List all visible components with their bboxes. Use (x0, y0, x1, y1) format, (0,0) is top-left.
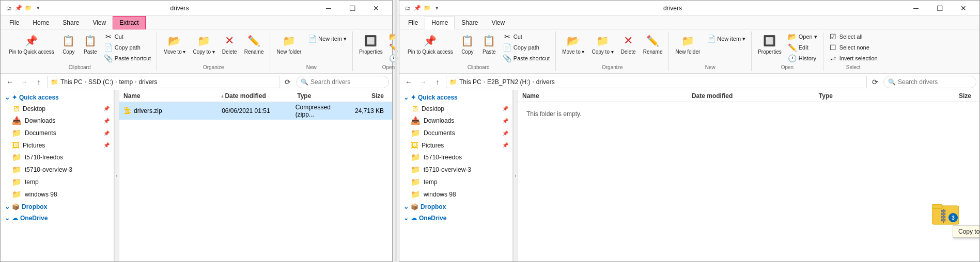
left-sidebar-item-downloads[interactable]: 📥 Downloads 📌 (1, 114, 114, 127)
left-forward-button[interactable]: → (18, 76, 30, 88)
left-col-size[interactable]: Size (345, 92, 388, 100)
left-rename-button[interactable]: ✏️ Rename (241, 31, 267, 57)
right-select-all-button[interactable]: ☑ Select all (827, 31, 880, 42)
right-up-button[interactable]: ↑ (431, 76, 444, 88)
right-maximize-button[interactable]: ☐ (928, 1, 952, 16)
left-new-item-button[interactable]: 📄 New item ▾ (305, 34, 349, 44)
right-cut-button[interactable]: ✂ Cut (501, 31, 552, 42)
left-properties-button[interactable]: 🔲 Properties (356, 31, 386, 57)
right-dropdown-icon[interactable]: ▾ (433, 4, 441, 12)
left-tab-view[interactable]: View (86, 16, 113, 29)
right-back-button[interactable]: ← (402, 76, 415, 88)
right-sidebar-collapse[interactable]: ‹ (513, 90, 518, 261)
right-col-name[interactable]: Name (522, 92, 692, 100)
left-new-folder-icon[interactable]: 📁 (24, 4, 33, 12)
left-col-date[interactable]: Date modified (225, 92, 297, 100)
left-sidebar-item-t5710overview[interactable]: 📁 t5710-overview-3 (1, 163, 114, 176)
right-paste-shortcut-button[interactable]: 📎 Paste shortcut (501, 53, 552, 63)
left-search-input[interactable] (310, 78, 384, 86)
left-copy-button[interactable]: 📋 Copy (58, 31, 79, 57)
right-forward-button[interactable]: → (417, 76, 429, 88)
right-dropbox-header[interactable]: ⌄ 📦 Dropbox (399, 202, 512, 212)
left-search-box[interactable]: 🔍 (296, 76, 389, 88)
split-divider[interactable] (395, 0, 397, 262)
left-move-to-button[interactable]: 📂 Move to ▾ (160, 31, 189, 57)
right-new-folder-icon[interactable]: 📁 (423, 4, 431, 12)
right-paste-button[interactable]: 📋 Paste (479, 31, 500, 57)
left-sidebar-collapse[interactable]: ‹ (114, 90, 119, 261)
right-tab-file[interactable]: File (401, 16, 425, 29)
right-sidebar-item-pictures[interactable]: 🖼 Pictures 📌 (399, 139, 512, 151)
left-up-button[interactable]: ↑ (33, 76, 45, 88)
left-address-path[interactable]: 📁 This PC › SSD (C:) › temp › drivers (47, 76, 279, 88)
right-sidebar-item-windows98[interactable]: 📁 windows 98 (399, 188, 512, 201)
right-onedrive-header[interactable]: ⌄ ☁ OneDrive (399, 213, 512, 223)
right-sidebar-item-documents[interactable]: 📁 Documents 📌 (399, 127, 512, 139)
left-onedrive-header[interactable]: ⌄ ☁ OneDrive (1, 213, 114, 223)
right-col-date[interactable]: Date modified (692, 92, 819, 100)
left-copy-to-button[interactable]: 📁 Copy to ▾ (190, 31, 218, 57)
left-minimize-button[interactable]: ─ (317, 1, 340, 16)
right-new-item-button[interactable]: 📄 New item ▾ (704, 34, 748, 44)
right-window-menu-icon[interactable]: 🗂 (403, 4, 412, 12)
left-quick-access-header[interactable]: ⌄ ✦ Quick access (1, 92, 114, 103)
right-col-size[interactable]: Size (904, 92, 975, 100)
right-select-none-button[interactable]: ☐ Select none (827, 42, 880, 53)
left-tab-file[interactable]: File (3, 16, 26, 29)
right-search-box[interactable]: 🔍 (883, 76, 976, 88)
left-tab-home[interactable]: Home (26, 16, 56, 29)
right-invert-selection-button[interactable]: ⇌ Invert selection (827, 53, 880, 63)
left-paste-button[interactable]: 📋 Paste (80, 31, 101, 57)
right-tab-home[interactable]: Home (425, 16, 455, 29)
left-close-button[interactable]: ✕ (364, 1, 388, 16)
left-sidebar-item-documents[interactable]: 📁 Documents 📌 (1, 127, 114, 139)
left-window-menu-icon[interactable]: 🗂 (5, 4, 13, 12)
right-sidebar-item-t5710overview[interactable]: 📁 t5710-overview-3 (399, 163, 512, 176)
right-rename-button[interactable]: ✏️ Rename (640, 31, 666, 57)
left-sidebar-item-windows98[interactable]: 📁 windows 98 (1, 188, 114, 201)
right-sidebar-item-temp[interactable]: 📁 temp (399, 176, 512, 188)
left-file-row-driverszip[interactable]: 🗜 drivers.zip 06/06/2021 01:51 Compresse… (119, 102, 392, 120)
right-tab-view[interactable]: View (485, 16, 511, 29)
right-quick-access-header[interactable]: ⌄ ✦ Quick access (399, 92, 512, 103)
left-quick-access-icon[interactable]: 📌 (14, 4, 23, 12)
right-tab-share[interactable]: Share (455, 16, 485, 29)
right-address-path[interactable]: 📁 This PC › E2B_PTN2 (H:) › drivers (446, 76, 867, 88)
left-col-name[interactable]: Name (123, 92, 220, 100)
left-sidebar-item-pictures[interactable]: 🖼 Pictures 📌 (1, 139, 114, 151)
right-move-to-button[interactable]: 📂 Move to ▾ (559, 31, 587, 57)
left-cut-button[interactable]: ✂ Cut (102, 31, 153, 42)
left-dropdown-icon[interactable]: ▾ (34, 4, 42, 12)
left-dropbox-header[interactable]: ⌄ 📦 Dropbox (1, 202, 114, 212)
left-maximize-button[interactable]: ☐ (340, 1, 364, 16)
right-edit-button[interactable]: ✏️ Edit (786, 42, 820, 53)
left-refresh-button[interactable]: ⟳ (282, 76, 294, 88)
left-col-type[interactable]: Type (297, 92, 345, 100)
right-copy-path-button[interactable]: 📄 Copy path (501, 42, 552, 53)
left-tab-share[interactable]: Share (56, 16, 86, 29)
right-pin-button[interactable]: 📌 Pin to Quick access (405, 31, 456, 57)
left-paste-shortcut-button[interactable]: 📎 Paste shortcut (102, 53, 153, 63)
left-delete-button[interactable]: ✕ Delete (219, 31, 240, 57)
right-col-type[interactable]: Type (819, 92, 904, 100)
right-sidebar-item-t5710freedos[interactable]: 📁 t5710-freedos (399, 151, 512, 163)
right-copy-button[interactable]: 📋 Copy (457, 31, 478, 57)
left-copy-path-button[interactable]: 📄 Copy path (102, 42, 153, 53)
left-back-button[interactable]: ← (4, 76, 16, 88)
right-refresh-button[interactable]: ⟳ (869, 76, 881, 88)
left-tab-extract[interactable]: Extract (113, 16, 145, 29)
right-new-folder-button[interactable]: 📁 New folder (672, 31, 703, 57)
left-name-sort-icon[interactable]: ▲ (220, 94, 225, 99)
left-new-folder-button[interactable]: 📁 New folder (273, 31, 304, 57)
left-sidebar-item-desktop[interactable]: 🖥 Desktop 📌 (1, 103, 114, 114)
right-sidebar-item-downloads[interactable]: 📥 Downloads 📌 (399, 114, 512, 127)
left-sidebar-item-temp[interactable]: 📁 temp (1, 176, 114, 188)
right-close-button[interactable]: ✕ (952, 1, 975, 16)
left-pin-button[interactable]: 📌 Pin to Quick access (6, 31, 57, 57)
left-sidebar-item-t5710freedos[interactable]: 📁 t5710-freedos (1, 151, 114, 163)
right-minimize-button[interactable]: ─ (904, 1, 928, 16)
right-properties-button[interactable]: 🔲 Properties (755, 31, 785, 57)
right-delete-button[interactable]: ✕ Delete (618, 31, 639, 57)
right-open-button[interactable]: 📂 Open ▾ (786, 31, 820, 42)
right-copy-to-button[interactable]: 📁 Copy to ▾ (589, 31, 617, 57)
